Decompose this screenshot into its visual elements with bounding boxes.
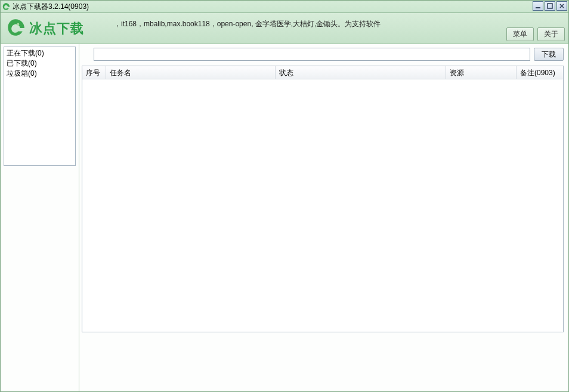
titlebar: 冰点下载器3.2.14(0903) (0, 0, 569, 13)
download-button[interactable]: 下载 (534, 48, 564, 61)
sidebar-item-label: 已下载(0) (7, 59, 37, 67)
col-name[interactable]: 任务名 (106, 66, 276, 79)
sidebar-list: 正在下载(0) 已下载(0) 垃圾箱(0) (4, 47, 76, 166)
table-body (82, 79, 563, 332)
svg-rect-0 (536, 7, 540, 8)
sidebar-item-downloaded[interactable]: 已下载(0) (7, 58, 73, 69)
task-table: 序号 任务名 状态 资源 备注(0903) (82, 66, 564, 332)
svg-rect-1 (548, 4, 552, 8)
sidebar-item-trash[interactable]: 垃圾箱(0) (7, 69, 73, 79)
maximize-button[interactable] (545, 1, 555, 11)
table-header: 序号 任务名 状态 资源 备注(0903) (82, 66, 563, 79)
logo-text: 冰点下载 (29, 20, 84, 38)
col-note[interactable]: 备注(0903) (517, 66, 563, 79)
svg-point-4 (17, 23, 19, 26)
app-icon (2, 2, 10, 11)
content: 下载 序号 任务名 状态 资源 备注(0903) (79, 44, 568, 391)
minimize-button[interactable] (533, 1, 543, 11)
col-resource[interactable]: 资源 (446, 66, 517, 79)
sidebar-item-downloading[interactable]: 正在下载(0) (7, 48, 73, 58)
sidebar-item-label: 正在下载(0) (7, 49, 44, 57)
header: 冰点下载 ，it168，mbalib,max.book118，open-open… (0, 13, 569, 44)
sidebar: 正在下载(0) 已下载(0) 垃圾箱(0) (1, 44, 79, 391)
url-row: 下载 (79, 44, 568, 63)
col-seq[interactable]: 序号 (82, 66, 106, 79)
ticker-text: ，it168，mbalib,max.book118，open-open, 金字塔… (114, 19, 381, 29)
logo: 冰点下载 (5, 17, 84, 39)
about-button[interactable]: 关于 (537, 27, 565, 41)
logo-icon (5, 17, 26, 39)
col-status[interactable]: 状态 (276, 66, 446, 79)
url-input[interactable] (94, 48, 530, 61)
close-button[interactable] (556, 1, 567, 11)
menu-button[interactable]: 菜单 (506, 27, 534, 41)
window-controls (533, 1, 567, 11)
body: 正在下载(0) 已下载(0) 垃圾箱(0) 下载 序号 任务名 状态 资源 备注… (0, 44, 569, 392)
sidebar-item-label: 垃圾箱(0) (7, 69, 37, 78)
titlebar-text: 冰点下载器3.2.14(0903) (13, 2, 567, 12)
